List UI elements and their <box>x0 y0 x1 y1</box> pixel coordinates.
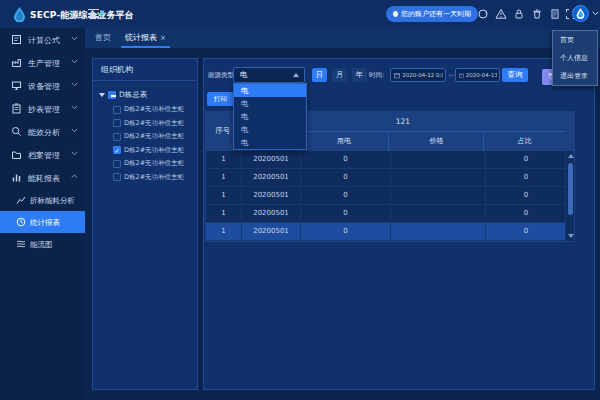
root-checkbox[interactable] <box>108 91 116 99</box>
sidebar-item-energy-report[interactable]: 能耗报表 <box>0 166 85 189</box>
sidebar-subitem-standard-coal-analysis[interactable]: 折标能耗分析 <box>0 189 85 211</box>
checkbox[interactable] <box>113 173 121 181</box>
chevron-down-icon <box>71 105 78 110</box>
notice-droplet-icon <box>393 11 398 17</box>
table-cell: 0 <box>486 223 567 240</box>
sidebar-item-label: 能耗报表 <box>28 173 60 184</box>
document-icon[interactable] <box>549 8 561 20</box>
sidebar-item-label: 设备管理 <box>28 81 60 92</box>
clock-icon <box>16 217 26 227</box>
tree-node[interactable]: D栋2#无功补偿主柜 <box>93 117 197 131</box>
tab-statistics-report[interactable]: 统计报表× <box>121 28 170 48</box>
sidebar-item-label: 档案管理 <box>28 150 60 161</box>
scroll-up-icon[interactable] <box>568 154 574 158</box>
scrollbar-thumb[interactable] <box>568 163 573 215</box>
checkbox[interactable] <box>113 119 121 127</box>
energy-type-label: 能源类型 <box>208 71 234 80</box>
dropdown-option[interactable]: 电 <box>234 84 306 97</box>
tree-node[interactable]: D栋2#无功补偿主柜 <box>93 103 197 117</box>
notice-text: 您的账户还有一天到期 <box>401 9 471 19</box>
sidebar-item-energy-analysis[interactable]: 能效分析 <box>0 120 85 143</box>
organization-panel: 组织机构 D栋总表 D栋2#无功补偿主柜D栋2#无功补偿主柜D栋2#无功补偿主柜… <box>92 58 198 390</box>
dropdown-option[interactable]: 电 <box>234 123 306 136</box>
checkbox[interactable] <box>113 106 121 114</box>
table-body: 1202005010012020050100120200501001202005… <box>206 151 574 241</box>
lock-icon[interactable] <box>513 8 525 20</box>
time-label: 时间: <box>369 71 384 80</box>
period-month-button[interactable]: 月 <box>332 68 347 82</box>
chevron-down-icon <box>71 59 78 64</box>
table-cell <box>391 169 486 186</box>
account-expiry-notice[interactable]: 您的账户还有一天到期 <box>386 6 478 22</box>
analysis-icon <box>11 126 22 137</box>
period-year-button[interactable]: 年 <box>352 68 367 82</box>
checkbox[interactable] <box>113 146 121 154</box>
table-cell: 0 <box>301 187 391 204</box>
chevron-down-icon <box>71 128 78 133</box>
checkbox[interactable] <box>113 133 121 141</box>
energy-type-value: 电 <box>240 70 248 79</box>
table-row[interactable]: 12020050100 <box>206 205 574 223</box>
date-to-input[interactable]: 2020-04-13 0:00 <box>455 68 500 82</box>
sidebar-subitem-statistics-report[interactable]: 统计报表 <box>0 211 85 233</box>
dropdown-option[interactable]: 电 <box>234 110 306 123</box>
table-row[interactable]: 12020050100 <box>206 187 574 205</box>
tab-home[interactable]: 首页 <box>95 28 111 48</box>
table-cell: 20200501 <box>242 205 301 222</box>
tree-node[interactable]: D栋2#无功补偿主柜 <box>93 130 197 144</box>
sidebar-subitem-label: 统计报表 <box>30 218 60 228</box>
energy-flow-icon <box>16 239 26 249</box>
column-header-usage: 用电 <box>299 132 389 151</box>
tree-node[interactable]: D栋2#无功补偿主柜 <box>93 171 197 185</box>
app-logo-droplet-icon <box>13 6 26 22</box>
trash-icon[interactable] <box>531 8 543 20</box>
tree-children: D栋2#无功补偿主柜D栋2#无功补偿主柜D栋2#无功补偿主柜D栋2#无功补偿主柜… <box>93 103 197 184</box>
alert-icon[interactable] <box>495 8 507 20</box>
sidebar-item-meter-reading[interactable]: 抄表管理 <box>0 97 85 120</box>
energy-type-select[interactable]: 电 <box>233 67 305 83</box>
user-menu-home[interactable]: 首页 <box>553 31 597 49</box>
dropdown-option[interactable]: 电 <box>234 136 306 149</box>
tab-close-icon[interactable]: × <box>160 34 166 42</box>
checkbox[interactable] <box>113 160 121 168</box>
period-day-button[interactable]: 日 <box>312 68 327 82</box>
sidebar-item-label: 计算公式 <box>28 35 60 46</box>
sidebar-item-label: 能效分析 <box>28 127 60 138</box>
user-menu-profile[interactable]: 个人信息 <box>553 49 597 67</box>
sidebar-item-archive[interactable]: 档案管理 <box>0 143 85 166</box>
table-row[interactable]: 12020050100 <box>206 169 574 187</box>
dropdown-option[interactable]: 电 <box>234 97 306 110</box>
refresh-icon[interactable] <box>477 8 489 20</box>
date-from-input[interactable]: 2020-04-12 0:00 <box>390 68 446 82</box>
table-cell <box>391 151 486 168</box>
sidebar-item-device[interactable]: 设备管理 <box>0 74 85 97</box>
table-row[interactable]: 12020050100 <box>206 223 574 241</box>
select-caret-up-icon <box>293 73 299 77</box>
user-avatar[interactable] <box>572 5 589 22</box>
sidebar-subitem-energy-flow[interactable]: 能流图 <box>0 233 85 255</box>
table-row[interactable]: 12020050100 <box>206 151 574 169</box>
query-button[interactable]: 查询 <box>502 68 528 82</box>
tree-expand-caret-icon[interactable] <box>99 93 105 97</box>
date-to-value: 2020-04-13 0:00 <box>466 72 497 78</box>
scroll-down-icon[interactable] <box>568 234 574 238</box>
tree-node[interactable]: D栋2#无功补偿主柜 <box>93 144 197 158</box>
tree-node-label: D栋2#无功补偿主柜 <box>124 159 184 168</box>
sidebar-collapse-icon[interactable] <box>88 9 99 19</box>
print-button[interactable]: 打印 <box>207 92 234 106</box>
user-chevron-down-icon[interactable] <box>592 11 599 16</box>
production-icon <box>11 57 22 68</box>
column-header-ratio: 占比 <box>484 132 565 151</box>
sidebar-item-formula[interactable]: 计算公式 <box>0 28 85 51</box>
tree-root-node[interactable]: D栋总表 <box>93 87 197 103</box>
column-header-price: 价格 <box>389 132 484 151</box>
report-panel: 能源类型 电 电电电电电 打印 日 月 年 时间: 2020-04-12 0:0… <box>203 58 595 390</box>
table-cell: 0 <box>301 223 391 240</box>
tree-node[interactable]: D栋2#无功补偿主柜 <box>93 157 197 171</box>
energy-type-dropdown: 电电电电电 <box>233 83 307 150</box>
user-menu-logout[interactable]: 退出登录 <box>553 67 597 85</box>
chevron-up-icon <box>71 174 78 179</box>
sidebar-item-production[interactable]: 生产管理 <box>0 51 85 74</box>
table-scrollbar[interactable] <box>565 151 574 241</box>
table-cell: 0 <box>486 169 567 186</box>
